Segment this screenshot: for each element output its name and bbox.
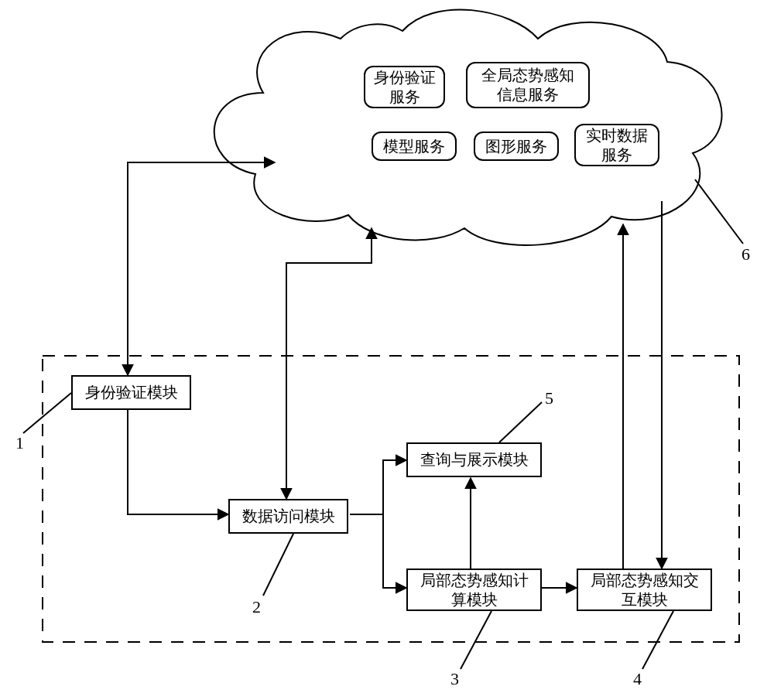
module-data-access-label: 数据访问模块 — [242, 507, 335, 526]
leader-6 — [695, 179, 743, 244]
arrow-data-to-query — [350, 460, 406, 514]
cloud-service-graphics-label: 图形服务 — [485, 137, 547, 156]
cloud-service-model: 模型服务 — [372, 131, 457, 161]
ref-label-2: 2 — [252, 597, 261, 617]
cloud-service-model-label: 模型服务 — [383, 137, 445, 156]
arrow-data-to-compute — [350, 514, 406, 588]
leader-4 — [642, 611, 673, 669]
ref-label-6: 6 — [741, 244, 750, 265]
module-query-display-label: 查询与展示模块 — [420, 450, 529, 470]
leader-2 — [263, 532, 294, 596]
module-auth: 身份验证模块 — [71, 375, 191, 410]
module-auth-label: 身份验证模块 — [85, 383, 178, 402]
arrow-auth-dataaccess — [128, 410, 228, 514]
ref-label-1: 1 — [15, 433, 24, 453]
module-query-display: 查询与展示模块 — [406, 442, 542, 477]
ref-label-4: 4 — [633, 669, 642, 689]
arrow-cloud-dataaccess — [286, 228, 372, 499]
ref-label-3: 3 — [450, 669, 459, 689]
cloud-service-realtime-label: 实时数据服务 — [586, 126, 648, 165]
cloud-service-realtime: 实时数据服务 — [574, 124, 659, 166]
cloud-service-auth-label: 身份验证服务 — [374, 68, 436, 107]
cloud-service-global: 全局态势感知信息服务 — [466, 62, 590, 108]
module-local-interact: 局部态势感知交互模块 — [577, 569, 712, 611]
leader-1 — [23, 393, 71, 433]
module-local-compute-label: 局部态势感知计算模块 — [420, 571, 529, 610]
module-local-interact-label: 局部态势感知交互模块 — [591, 571, 699, 610]
cloud-service-graphics: 图形服务 — [474, 131, 559, 161]
arrow-cloud-auth — [128, 162, 275, 375]
cloud-service-auth: 身份验证服务 — [364, 66, 445, 108]
leader-5 — [499, 402, 542, 442]
module-data-access: 数据访问模块 — [228, 499, 348, 534]
module-local-compute: 局部态势感知计算模块 — [406, 569, 542, 611]
cloud-service-global-label: 全局态势感知信息服务 — [481, 66, 574, 104]
ref-label-5: 5 — [545, 388, 553, 408]
leader-3 — [461, 611, 491, 669]
